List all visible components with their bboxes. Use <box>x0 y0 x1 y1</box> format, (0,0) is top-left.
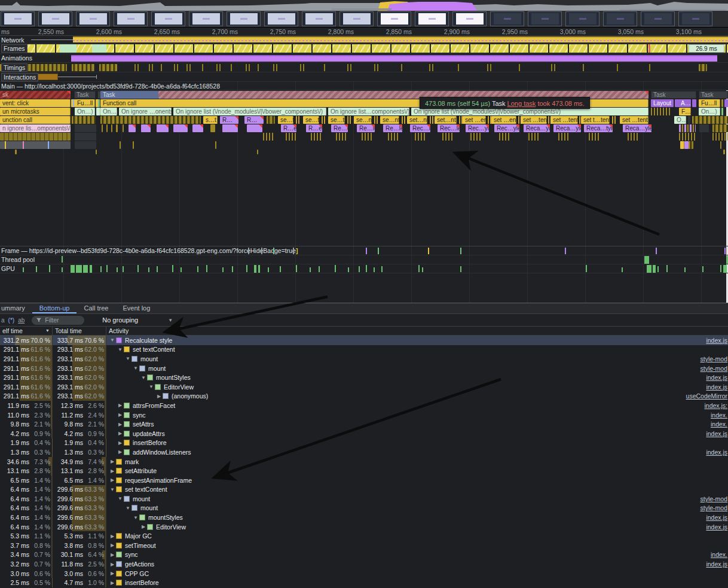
flame-segment-vent-click[interactable]: vent: click <box>0 99 71 107</box>
screenshot-thumbnail[interactable] <box>641 11 675 26</box>
flame-segment-set-t-tent[interactable]: set t…tent <box>581 116 610 124</box>
flame-segment[interactable] <box>628 133 638 141</box>
flame-segment[interactable] <box>247 124 262 132</box>
collapse-icon[interactable]: ▼ <box>109 487 116 492</box>
flame-segment[interactable] <box>263 133 274 141</box>
flame-segment-re-e[interactable]: Re…e <box>331 124 348 132</box>
flame-segment-se-nt[interactable]: se…nt <box>380 116 399 124</box>
source-link[interactable]: index.js <box>706 514 728 521</box>
flame-segment-rec-le[interactable]: Rec…le <box>438 124 460 132</box>
expand-icon[interactable]: ▶ <box>109 580 116 586</box>
interactions-track[interactable]: Interactions <box>0 72 728 82</box>
flame-segment[interactable] <box>102 124 103 132</box>
collapse-icon[interactable]: ▼ <box>109 337 116 343</box>
expand-icon[interactable]: ▶ <box>117 431 124 436</box>
flame-segment[interactable] <box>721 99 723 107</box>
flame-segment[interactable] <box>651 108 670 115</box>
table-row[interactable]: 11.9 ms2.5 %12.3 ms2.6 %▶attrsFromFaceti… <box>0 401 728 410</box>
flame-segment[interactable] <box>116 124 118 132</box>
animations-track[interactable]: Animations <box>0 54 728 63</box>
flame-segment-r-e[interactable]: R…e <box>306 124 322 132</box>
tab-bottom-up[interactable]: Bottom-up <box>32 303 77 313</box>
table-row[interactable]: 3.4 ms0.7 %30.1 ms6.4 %▶syncindex. <box>0 550 728 560</box>
frames-track-label[interactable]: Frames <box>1 44 27 53</box>
flame-segment[interactable] <box>111 124 112 132</box>
expand-icon[interactable]: ▶ <box>140 524 147 529</box>
network-requests-bar[interactable] <box>73 36 728 42</box>
source-link[interactable]: index.js: <box>704 402 728 409</box>
gpu-label[interactable]: GPU <box>0 265 15 272</box>
flame-segment[interactable] <box>157 124 169 132</box>
table-row[interactable]: 11.0 ms2.3 %11.2 ms2.4 %▶syncindex. <box>0 410 728 420</box>
table-row[interactable]: 6.4 ms1.4 %299.6 ms63.3 %▼mountstyle-mod <box>0 504 728 513</box>
grouping-select[interactable]: No grouping ▼ <box>102 316 173 324</box>
flame-segment-rec-le[interactable]: Rec…le <box>410 124 430 132</box>
flame-segment[interactable] <box>689 141 693 149</box>
flame-segment[interactable] <box>692 99 696 107</box>
screenshot-thumbnail[interactable] <box>38 11 72 26</box>
flame-segment-on-[interactable]: On…) <box>100 108 117 115</box>
flame-segment[interactable] <box>257 150 258 154</box>
flame-segment[interactable] <box>347 116 352 124</box>
flame-segment[interactable] <box>96 150 97 154</box>
flame-segment-set-ent[interactable]: set …ent <box>491 116 516 124</box>
flame-segment-n-ignore-lis-omponents-[interactable]: n ignore lis…omponents\/) <box>0 124 71 132</box>
source-link[interactable]: index.js <box>706 430 728 437</box>
flame-segment[interactable] <box>470 133 481 141</box>
column-header-total-time[interactable]: Total time <box>53 327 106 335</box>
screenshot-thumbnail[interactable] <box>76 11 110 26</box>
flame-segment[interactable] <box>388 133 399 141</box>
flame-segment[interactable] <box>692 116 728 124</box>
timeline-overview[interactable] <box>0 0 728 28</box>
timings-track-label[interactable]: Timings <box>1 63 27 72</box>
table-row[interactable]: 3.7 ms0.8 %3.8 ms0.8 %▶setTimeout <box>0 541 728 550</box>
frames-track[interactable]: Frames 26.9 ms <box>0 44 728 54</box>
flame-segment[interactable] <box>141 124 151 132</box>
dropped-frame-segment[interactable] <box>649 44 650 53</box>
table-row[interactable]: 2.5 ms0.5 %4.7 ms1.0 %▶insertBefore <box>0 578 728 587</box>
table-row[interactable]: 1.3 ms0.3 %1.3 ms0.3 %▶addWindowListener… <box>0 447 728 457</box>
flame-segment[interactable] <box>415 133 426 141</box>
flame-segment[interactable] <box>688 116 690 124</box>
flame-segment[interactable] <box>430 116 435 124</box>
table-row[interactable]: 6.4 ms1.4 %299.6 ms63.3 %▼mountStylesind… <box>0 513 728 522</box>
flame-segment-r-[interactable]: R… <box>244 116 264 124</box>
flame-segment-rec-yle[interactable]: Rec…yle <box>494 124 519 132</box>
screenshot-thumbnail[interactable] <box>528 11 562 26</box>
table-row[interactable]: 6.4 ms1.4 %299.6 ms63.3 %▼mountstyle-mod <box>0 494 728 504</box>
flame-segment[interactable] <box>612 116 618 124</box>
flame-segment[interactable] <box>0 141 71 149</box>
flame-segment-on-[interactable]: On…) <box>699 108 720 115</box>
expand-icon[interactable]: ▶ <box>109 562 116 567</box>
flame-segment-layout[interactable]: Layout <box>651 99 674 107</box>
filter-input-wrapper[interactable] <box>32 316 84 325</box>
source-link[interactable]: index.js <box>706 337 728 344</box>
frame-track-row[interactable]: Frame — https://id-preview--bd53fd9d-728… <box>0 246 728 255</box>
flame-segment-s-t[interactable]: s…t <box>203 116 218 124</box>
flame-segment[interactable] <box>311 133 322 141</box>
expand-icon[interactable]: ▶ <box>117 449 124 455</box>
flame-segment-se-nt[interactable]: se…nt <box>354 116 372 124</box>
tab-call-tree[interactable]: Call tree <box>77 303 115 313</box>
table-row[interactable]: 13.1 ms2.8 %13.1 ms2.8 %▶setAttribute <box>0 466 728 476</box>
screenshot-thumbnail[interactable] <box>490 11 524 26</box>
collapse-icon[interactable]: ▼ <box>124 356 131 361</box>
collapse-icon[interactable]: ▼ <box>132 515 139 520</box>
flame-segment-unction-call[interactable]: unction call <box>0 116 71 124</box>
frame-duration-badge[interactable]: 26.9 ms <box>689 44 724 53</box>
screenshot-thumbnail[interactable] <box>377 11 411 26</box>
flame-segment-reca-yle[interactable]: Reca…yle <box>524 124 550 132</box>
flame-segment[interactable] <box>499 133 510 141</box>
table-row[interactable]: 291.1 ms61.6 %293.1 ms62.0 %▶(anonymous)… <box>0 392 728 401</box>
flame-segment-o-[interactable]: O… <box>674 116 686 124</box>
interactions-track-label[interactable]: Interactions <box>1 73 38 81</box>
flame-segment[interactable] <box>322 116 326 124</box>
flame-segment-task[interactable]: Task <box>100 91 158 99</box>
frame-section-title[interactable]: Frame — https://id-preview--bd53fd9d-728… <box>1 247 296 254</box>
timings-track[interactable]: Timings <box>0 63 728 72</box>
flame-segment[interactable] <box>15 150 17 154</box>
screenshot-thumbnail[interactable] <box>452 11 487 26</box>
flame-segment[interactable] <box>192 124 203 132</box>
source-link[interactable]: index.js <box>706 449 728 456</box>
flame-segment[interactable] <box>724 99 728 107</box>
